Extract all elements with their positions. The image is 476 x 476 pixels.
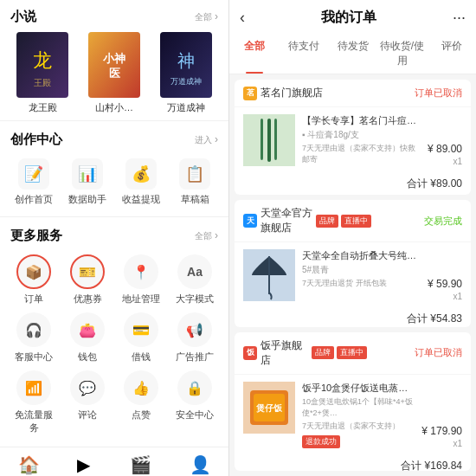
store-name-1: 天堂伞官方旗舰店 [261,206,313,235]
service-order[interactable]: 📦 订单 [10,254,57,306]
order-card-header-2: 饭 饭乎旗舰店 品牌 直播中 订单已取消 [235,332,471,375]
services-grid-row2: 🎧 客服中心 👛 钱包 💳 借钱 📢 广告推广 [10,309,218,367]
security-icon: 🔒 [177,370,212,405]
order-item-row-0: 【学长专享】茗名门斗痘… ▪ 斗痘膏18g/支 7天无理由退（卖家不支持）快救邮… [235,107,471,173]
service-coupon-label: 优惠券 [74,293,102,306]
creation-item-2[interactable]: 💰 收益提现 [118,158,164,206]
product-price-qty-0: ¥ 89.00 x1 [428,114,462,166]
creation-homepage-icon: 📝 [18,158,49,190]
order-card-header-0: 茗 茗名门旗舰店 订单已取消 [235,80,471,107]
novel-title-2: 万道成神 [153,101,218,113]
novel-cover-0: 龙 王殿 [16,32,68,98]
loan-icon: 💳 [124,312,158,347]
novel-section-link[interactable]: 全部 › [195,10,218,23]
nav-home[interactable]: 🏠 首页 [18,454,40,476]
creation-item-0[interactable]: 📝 创作首页 [10,158,57,206]
order-total-1: 合计 ¥54.83 [235,308,471,327]
tab-all[interactable]: 全部 [229,32,279,74]
creation-item-3[interactable]: 📋 草稿箱 [171,158,218,206]
service-coupon[interactable]: 🎫 优惠券 [64,254,111,306]
svg-text:小神: 小神 [102,52,125,65]
live-tag-1: 直播中 [341,215,371,228]
product-img-2: 煲仔饭 [243,382,295,434]
service-loan-label: 借钱 [132,351,151,363]
tab-review[interactable]: 评价 [427,32,476,74]
service-comment-label: 评论 [78,408,97,421]
shipping-info-0: 7天无理由退（卖家不支持）快救邮寄 [302,143,421,165]
service-like-label: 点赞 [132,408,151,421]
creation-grid: 📝 创作首页 📊 数据助手 💰 收益提现 📋 草稿箱 [10,155,218,209]
divider-2 [0,216,228,217]
address-icon: 📍 [124,254,158,289]
tab-pending-payment[interactable]: 待支付 [279,32,328,74]
back-button[interactable]: ‹ [240,9,245,27]
service-comment[interactable]: 💬 评论 [64,370,111,434]
service-address[interactable]: 📍 地址管理 [118,254,164,306]
coupon-icon: 🎫 [70,254,105,289]
shipping-info-2: 7天无理由退（卖家不支持） [302,421,415,432]
service-customer[interactable]: 🎧 客服中心 [10,312,57,363]
service-bigtext[interactable]: Aa 大字模式 [171,254,218,306]
nav-cinema[interactable]: 🎬 放映厅 [128,454,154,476]
novel-section: 小说 全部 › 龙 王殿 龙王殿 [0,0,228,119]
svg-rect-12 [274,119,277,160]
nav-profile[interactable]: 👤 我的 [190,454,211,476]
product-qty-2: x1 [453,439,462,448]
comment-icon: 💬 [70,370,105,405]
tab-pending-ship[interactable]: 待发货 [328,32,377,74]
product-img-0 [243,114,295,166]
right-panel: ‹ 我的订单 ··· 全部 待支付 待发货 待收货/使用 评价 茗 茗名门旗舰店… [229,0,476,476]
creation-label-0: 创作首页 [15,193,53,206]
bigtext-icon: Aa [177,254,212,289]
novel-cover-2: 神 万道成神 [160,32,212,98]
bottom-nav: 🏠 首页 ▶ 视频 🎬 放映厅 👤 我的 [0,447,228,476]
service-address-label: 地址管理 [122,293,160,306]
nav-video[interactable]: ▶ 视频 [75,454,93,476]
service-loan[interactable]: 💳 借钱 [118,312,164,363]
order-card-2: 饭 饭乎旗舰店 品牌 直播中 订单已取消 煲仔饭 饭乎10盒煲仔饭送电 [235,332,471,471]
order-page-title: 我的订单 [321,9,376,27]
order-total-2: 合计 ¥169.84 [235,455,471,471]
order-card-1: 天 天堂伞官方旗舰店 品牌 直播中 交易完成 天堂伞全自动折叠大号纯 [235,200,471,327]
profile-icon: 👤 [190,454,211,475]
service-like[interactable]: 👍 点赞 [118,370,164,434]
order-item-row-2: 煲仔饭 饭乎10盒煲仔饭送电蒸… 10盒煲送电炊锅1个【韩味*4+饭使*2+煲…… [235,375,471,455]
novel-item-1[interactable]: 小神 医 山村小… [82,32,147,113]
novel-item-2[interactable]: 神 万道成神 万道成神 [153,32,218,113]
order-status-1: 交易完成 [424,215,462,228]
service-freeflow-label: 免流量服务 [10,408,57,434]
service-wallet[interactable]: 👛 钱包 [64,312,111,363]
services-title: 更多服务 [10,228,62,244]
novel-item-0[interactable]: 龙 王殿 龙王殿 [10,32,75,113]
service-freeflow[interactable]: 📶 免流量服务 [10,370,57,434]
service-ads-label: 广告推广 [176,351,214,363]
order-status-0: 订单已取消 [415,87,462,100]
creation-item-1[interactable]: 📊 数据助手 [64,158,111,206]
svg-rect-3 [88,32,140,98]
like-icon: 👍 [124,370,158,405]
orders-list: 茗 茗名门旗舰店 订单已取消 【学长专享】茗名门斗痘… ▪ 斗痘膏18g/支 [229,74,476,476]
services-link[interactable]: 全部 › [195,229,218,242]
order-card-header-1: 天 天堂伞官方旗舰店 品牌 直播中 交易完成 [235,200,471,242]
live-tag-2: 直播中 [337,346,367,359]
creation-link[interactable]: 进入 › [195,133,218,146]
freeflow-icon: 📶 [16,370,51,405]
product-qty-0: x1 [453,157,462,166]
novel-grid: 龙 王殿 龙王殿 小神 医 山村小… [10,32,218,113]
svg-text:龙: 龙 [33,49,52,71]
svg-rect-11 [261,119,263,160]
more-button[interactable]: ··· [453,9,466,27]
product-name-1: 天堂伞全自动折叠大号纯… [302,249,421,262]
svg-text:万道成神: 万道成神 [170,77,202,86]
service-security[interactable]: 🔒 安全中心 [171,370,218,434]
creation-section-header: 创作中心 进入 › [10,132,218,148]
novel-section-header: 小说 全部 › [10,9,218,25]
product-price-0: ¥ 89.00 [428,143,462,155]
product-desc-0: ▪ 斗痘膏18g/支 [302,129,421,141]
svg-text:煲仔饭: 煲仔饭 [255,403,283,413]
services-header: 更多服务 全部 › [10,228,218,244]
service-wallet-label: 钱包 [78,351,97,363]
tab-pending-receive[interactable]: 待收货/使用 [377,32,427,74]
service-ads[interactable]: 📢 广告推广 [171,312,218,363]
shipping-info-1: 7天无理由退货 开纸包装 [302,278,421,289]
